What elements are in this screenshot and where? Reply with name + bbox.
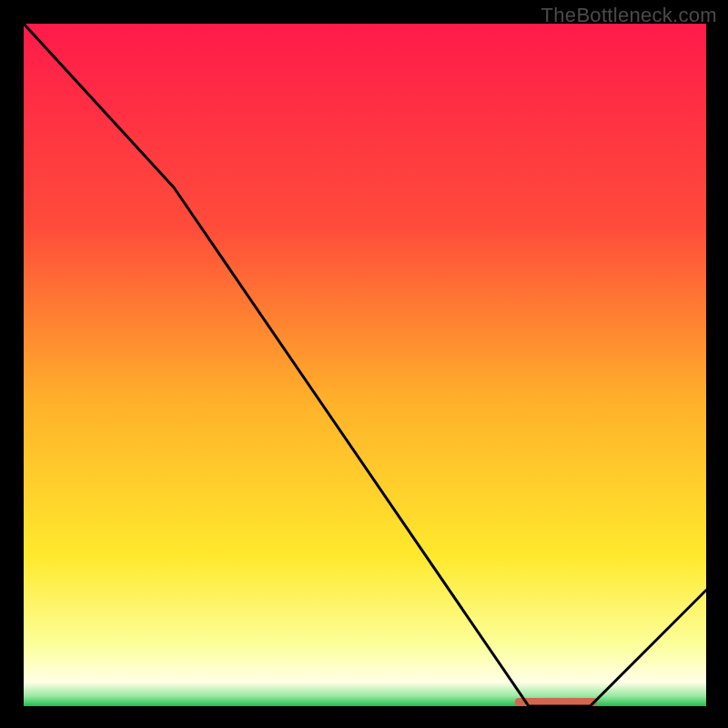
watermark-text: TheBottleneck.com <box>541 4 717 27</box>
plot-frame <box>24 24 706 706</box>
bottleneck-chart <box>24 24 706 706</box>
gradient-background <box>24 24 706 706</box>
chart-wrapper: TheBottleneck.com <box>0 0 728 728</box>
